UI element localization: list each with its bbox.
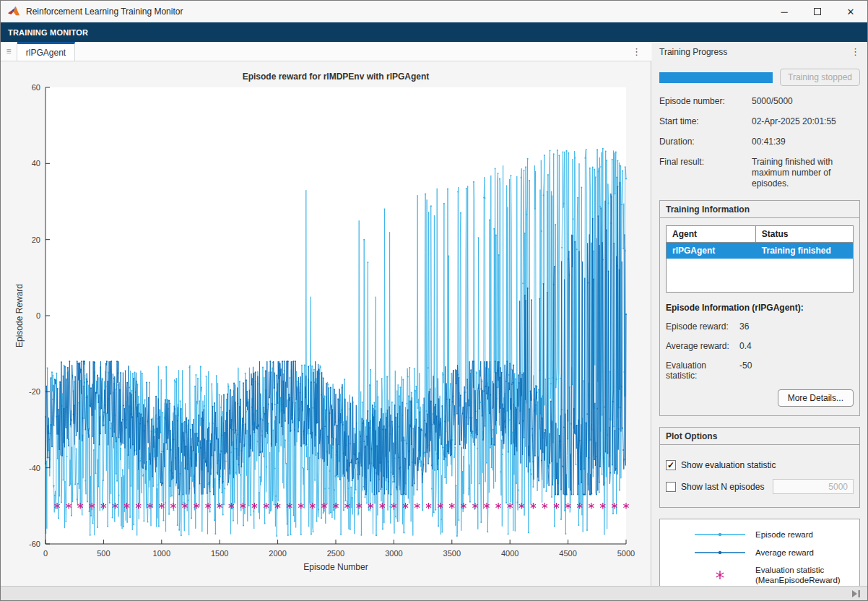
svg-text:-60: -60 bbox=[29, 540, 40, 548]
progress-fill bbox=[659, 72, 773, 83]
episode-reward-chart: Episode reward for rlMDPEnv with rlPGAge… bbox=[1, 61, 651, 586]
stat-label: Episode reward: bbox=[666, 321, 739, 332]
training-progress-panel: Training Progress ⋮ Training stopped Epi… bbox=[652, 42, 868, 586]
field-label: Episode number: bbox=[659, 96, 752, 107]
app-window: Reinforcement Learning Training Monitor … bbox=[0, 0, 868, 601]
checkbox-label: Show evaluation statistic bbox=[681, 460, 776, 470]
svg-text:60: 60 bbox=[32, 83, 40, 92]
field-label: Duration: bbox=[659, 137, 752, 147]
title-bar: Reinforcement Learning Training Monitor … bbox=[1, 1, 867, 22]
panel-title: Training Progress bbox=[659, 47, 727, 57]
tab-options-dots-icon[interactable]: ⋮ bbox=[632, 42, 641, 61]
svg-text:500: 500 bbox=[97, 549, 110, 558]
svg-text:Episode Number: Episode Number bbox=[303, 562, 368, 572]
episode-reward-value: 36 bbox=[739, 321, 854, 332]
field-label: Start time: bbox=[659, 116, 752, 127]
show-last-n-episodes-checkbox[interactable] bbox=[666, 482, 676, 492]
window-title: Reinforcement Learning Training Monitor bbox=[26, 7, 183, 17]
svg-text:20: 20 bbox=[32, 235, 40, 244]
status-bar bbox=[1, 586, 867, 601]
svg-text:1000: 1000 bbox=[153, 549, 170, 558]
svg-text:0: 0 bbox=[36, 311, 40, 320]
show-evaluation-statistic-checkbox[interactable] bbox=[666, 460, 676, 470]
final-result-value: Training finished with maximum number of… bbox=[752, 157, 860, 189]
more-details-button[interactable]: More Details... bbox=[778, 389, 854, 407]
field-label: Final result: bbox=[659, 157, 752, 189]
panel-body: Training stopped Episode number: 5000/50… bbox=[652, 61, 868, 595]
svg-text:3000: 3000 bbox=[385, 549, 402, 558]
status-cell: Training finished bbox=[756, 243, 853, 259]
col-agent: Agent bbox=[667, 226, 756, 242]
legend-label: Evaluation statistic (MeanEpisodeReward) bbox=[755, 565, 841, 586]
stat-label: Evaluation statistic: bbox=[666, 360, 739, 381]
tab-rlpgagent[interactable]: rlPGAgent bbox=[17, 42, 75, 61]
legend-item-episode-reward: Episode reward bbox=[689, 529, 855, 540]
matlab-logo-icon bbox=[7, 6, 20, 17]
agent-status-table: Agent Status rlPGAgent Training finished bbox=[666, 225, 854, 293]
legend-label: Average reward bbox=[755, 548, 814, 558]
maximize-glyph bbox=[814, 8, 821, 15]
svg-text:2000: 2000 bbox=[269, 549, 286, 558]
training-progress-bar bbox=[659, 72, 773, 83]
n-episodes-input bbox=[773, 479, 854, 494]
col-status: Status bbox=[756, 226, 853, 242]
average-reward-line-icon bbox=[689, 547, 755, 558]
panel-header: Training Progress ⋮ bbox=[652, 42, 868, 61]
minimize-icon[interactable]: ─ bbox=[768, 1, 801, 22]
window-controls: ─ ✕ bbox=[768, 1, 867, 22]
svg-text:40: 40 bbox=[32, 159, 40, 168]
checkbox-label: Show last N episodes bbox=[681, 482, 764, 492]
episode-reward-line-icon bbox=[689, 529, 755, 540]
panel-options-dots-icon[interactable]: ⋮ bbox=[851, 46, 860, 57]
legend-item-average-reward: Average reward bbox=[689, 547, 855, 558]
table-row[interactable]: rlPGAgent Training finished bbox=[667, 243, 853, 259]
chart-legend: Episode reward Average reward Evaluation… bbox=[659, 519, 860, 595]
svg-text:Episode Reward: Episode Reward bbox=[14, 284, 25, 347]
start-time-value: 02-Apr-2025 20:01:55 bbox=[752, 116, 860, 127]
evaluation-statistic-asterisk-icon bbox=[689, 569, 755, 581]
episode-stats: Episode reward: 36 Average reward: 0.4 E… bbox=[666, 321, 854, 381]
evaluation-statistic-value: -50 bbox=[739, 360, 854, 381]
more-details-row: More Details... bbox=[666, 389, 854, 407]
group-content: Show evaluation statistic Show last N ep… bbox=[660, 445, 859, 507]
show-last-n-episodes-row: Show last N episodes bbox=[666, 479, 854, 494]
progress-row: Training stopped bbox=[659, 69, 860, 86]
group-content: Agent Status rlPGAgent Training finished… bbox=[660, 218, 859, 415]
svg-text:Episode reward for rlMDPEnv wi: Episode reward for rlMDPEnv with rlPGAge… bbox=[243, 72, 430, 82]
agent-cell: rlPGAgent bbox=[667, 243, 756, 259]
toolstrip-tab-training-monitor[interactable]: TRAINING MONITOR bbox=[8, 28, 88, 37]
legend-label: Episode reward bbox=[755, 529, 813, 540]
svg-text:3500: 3500 bbox=[443, 549, 461, 558]
plot-options-group: Plot Options Show evaluation statistic S… bbox=[659, 427, 860, 508]
maximize-icon[interactable] bbox=[801, 1, 834, 22]
document-tab-bar: ≡ rlPGAgent ⋮ bbox=[1, 42, 651, 61]
svg-text:1500: 1500 bbox=[211, 549, 228, 558]
duration-value: 00:41:39 bbox=[752, 137, 860, 147]
average-reward-value: 0.4 bbox=[739, 341, 854, 351]
training-stopped-button: Training stopped bbox=[780, 69, 860, 86]
svg-text:-40: -40 bbox=[29, 464, 40, 472]
expand-panel-arrow-icon[interactable] bbox=[851, 589, 861, 598]
table-header-row: Agent Status bbox=[667, 226, 853, 243]
svg-text:2500: 2500 bbox=[327, 549, 344, 558]
group-title: Training Information bbox=[660, 201, 859, 218]
group-title: Plot Options bbox=[660, 428, 859, 445]
reward-plot-svg: Episode reward for rlMDPEnv with rlPGAge… bbox=[1, 61, 651, 586]
show-evaluation-statistic-row: Show evaluation statistic bbox=[666, 457, 854, 472]
toolstrip: TRAINING MONITOR bbox=[1, 22, 867, 42]
stat-label: Average reward: bbox=[666, 341, 739, 351]
svg-text:4000: 4000 bbox=[501, 549, 518, 558]
svg-text:4500: 4500 bbox=[559, 549, 576, 558]
svg-text:0: 0 bbox=[43, 549, 48, 558]
progress-fields: Episode number: 5000/5000 Start time: 02… bbox=[659, 96, 860, 189]
close-icon[interactable]: ✕ bbox=[834, 1, 867, 22]
svg-text:5000: 5000 bbox=[617, 549, 635, 558]
table-empty-area bbox=[667, 259, 853, 292]
svg-text:-20: -20 bbox=[29, 387, 40, 396]
episode-number-value: 5000/5000 bbox=[752, 96, 860, 107]
training-information-group: Training Information Agent Status rlPGAg… bbox=[659, 200, 860, 416]
legend-item-evaluation-statistic: Evaluation statistic (MeanEpisodeReward) bbox=[689, 565, 855, 586]
tab-grip-icon[interactable]: ≡ bbox=[1, 42, 17, 61]
episode-info-title: Episode Information (rlPGAgent): bbox=[666, 303, 854, 313]
